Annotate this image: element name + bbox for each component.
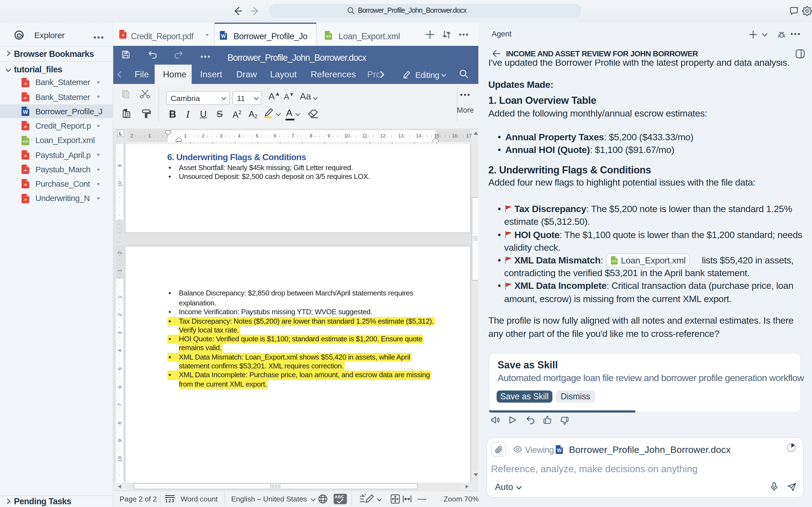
svg-text:<>: <> [612,259,617,263]
svg-text:<>: <> [22,138,28,144]
svg-text:<>: <> [326,34,331,39]
svg-text:W: W [557,447,562,453]
svg-text:123: 123 [165,498,174,502]
svg-text:W: W [23,109,28,115]
svg-text:W: W [221,34,226,39]
